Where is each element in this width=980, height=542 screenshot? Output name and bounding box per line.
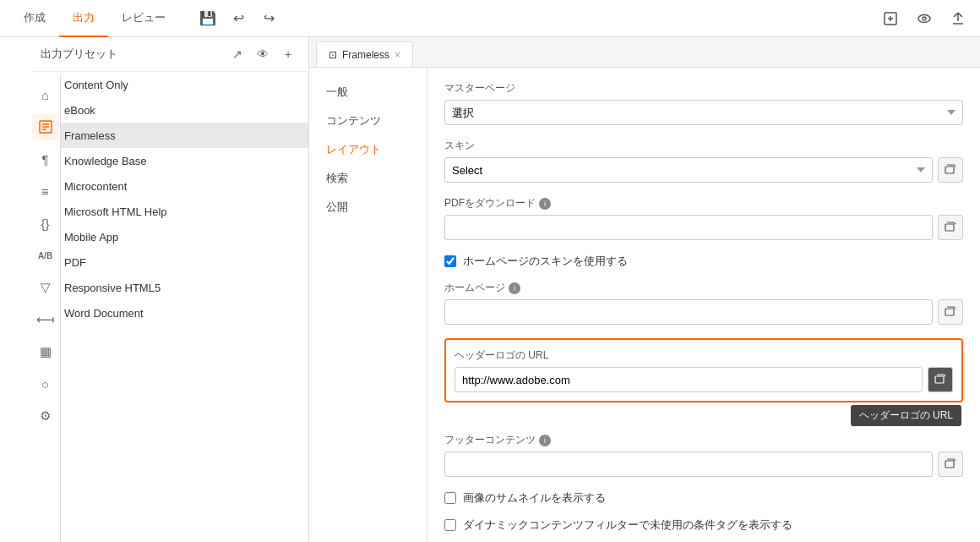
sidebar-item-label: Frameless — [64, 129, 116, 142]
sidebar-item-ebook[interactable]: eBook — [30, 97, 308, 123]
sidebar-item-label: Content Only — [64, 79, 128, 91]
skin-group: スキン Select — [444, 139, 963, 183]
top-toolbar: 作成 出力 レビュー 💾 ↩ ↪ — [0, 0, 980, 37]
tab-review[interactable]: レビュー — [108, 0, 179, 37]
sidebar-item-mobile-app[interactable]: Mobile App — [30, 224, 308, 249]
undo-button[interactable]: ↩ — [226, 7, 250, 30]
nav-item-general[interactable]: 一般 — [309, 78, 427, 107]
rail-code[interactable]: {} — [32, 210, 59, 237]
homepage-group: ホームページ i — [444, 281, 963, 325]
svg-point-2 — [923, 17, 926, 20]
sidebar-item-html-help[interactable]: ? Microsoft HTML Help — [30, 199, 308, 224]
homepage-label: ホームページ i — [444, 281, 963, 295]
header-logo-url-browse-button[interactable] — [928, 367, 953, 392]
nav-item-search[interactable]: 検索 — [309, 164, 427, 193]
rail-circle[interactable]: ○ — [32, 370, 59, 397]
dynamic-filter-checkbox[interactable] — [444, 519, 456, 531]
footer-content-row — [444, 452, 963, 477]
rail-home[interactable]: ⌂ — [32, 81, 59, 108]
preview-icon[interactable] — [912, 7, 936, 30]
content-nav: 一般 コンテンツ レイアウト 検索 公開 — [309, 68, 427, 542]
sidebar-item-label: Mobile App — [64, 231, 118, 244]
footer-content-group: フッターコンテンツ i — [444, 433, 963, 477]
homepage-skin-label: ホームページのスキンを使用する — [463, 254, 628, 269]
thumbnail-checkbox[interactable] — [444, 492, 456, 504]
pdf-download-info-icon[interactable]: i — [539, 198, 551, 210]
rail-table[interactable]: ▦ — [32, 338, 59, 365]
nav-item-layout[interactable]: レイアウト — [309, 135, 427, 164]
tab-output[interactable]: 出力 — [59, 0, 108, 37]
sidebar-item-microcontent[interactable]: Microcontent — [30, 173, 308, 199]
pdf-download-input[interactable] — [444, 215, 933, 240]
svg-rect-14 — [935, 376, 944, 383]
sidebar-item-responsive-html5[interactable]: Responsive HTML5 — [30, 275, 308, 300]
nav-item-content[interactable]: コンテンツ — [309, 107, 427, 135]
rail-reorder[interactable]: ⟻ — [32, 306, 59, 333]
tab-icon: ⊡ — [329, 49, 337, 61]
footer-content-label: フッターコンテンツ i — [444, 433, 963, 447]
master-page-label: マスターページ — [444, 81, 963, 96]
rail-ab[interactable]: A/B — [32, 242, 59, 269]
skin-label: スキン — [444, 139, 963, 153]
dynamic-filter-label: ダイナミックコンテンツフィルターで未使用の条件タグを表示する — [463, 517, 792, 533]
tab-frameless[interactable]: ⊡ Frameless × — [316, 41, 413, 67]
svg-rect-13 — [945, 309, 954, 315]
sidebar-add-icon[interactable]: + — [278, 44, 298, 64]
redo-button[interactable]: ↪ — [257, 7, 280, 30]
tab-label: Frameless — [342, 49, 389, 61]
skin-select[interactable]: Select — [444, 157, 933, 183]
sidebar-item-label: Microcontent — [64, 180, 127, 193]
nav-item-publish[interactable]: 公開 — [309, 193, 427, 222]
sidebar-item-pdf[interactable]: PDF — [30, 249, 308, 275]
pdf-browse-button[interactable] — [938, 215, 963, 240]
footer-browse-button[interactable] — [938, 452, 963, 477]
sidebar-header-icons: ↗ 👁 + — [227, 44, 298, 64]
save-button[interactable]: 💾 — [196, 7, 220, 30]
sidebar-list: Content Only eBook Fra — [30, 72, 308, 542]
publish-icon[interactable] — [946, 7, 970, 30]
svg-rect-11 — [945, 167, 954, 173]
rail-filter[interactable]: ▽ — [32, 274, 59, 301]
rail-settings[interactable]: ⚙ — [32, 402, 59, 430]
settings-area: マスターページ 選択 スキン Select — [427, 68, 980, 542]
footer-content-info-icon[interactable]: i — [539, 435, 551, 446]
skin-browse-button[interactable] — [938, 157, 963, 183]
sidebar-item-knowledge-base[interactable]: Knowledge Base — [30, 148, 308, 173]
pdf-download-row — [444, 215, 963, 240]
homepage-skin-checkbox-row: ホームページのスキンを使用する — [444, 254, 963, 269]
skin-row: Select — [444, 157, 963, 183]
master-page-select[interactable]: 選択 — [444, 100, 963, 125]
sidebar-item-label: Microsoft HTML Help — [64, 205, 167, 218]
sidebar-item-frameless[interactable]: Frameless — [30, 123, 308, 148]
header-logo-url-input[interactable] — [455, 367, 923, 392]
header-logo-url-row — [455, 367, 953, 392]
footer-content-input[interactable] — [444, 452, 933, 477]
svg-rect-15 — [945, 461, 954, 468]
homepage-info-icon[interactable]: i — [509, 282, 520, 294]
svg-rect-12 — [945, 224, 954, 231]
homepage-browse-button[interactable] — [938, 299, 963, 325]
header-logo-url-label: ヘッダーロゴの URL — [455, 348, 953, 363]
tab-close-button[interactable]: × — [395, 49, 400, 61]
sidebar-item-word-document[interactable]: Word Document — [30, 300, 308, 326]
homepage-input[interactable] — [444, 299, 933, 325]
sidebar-title: 出力プリセット — [41, 47, 117, 62]
sidebar-item-label: Knowledge Base — [64, 155, 147, 167]
sidebar-preview-icon[interactable]: 👁 — [253, 44, 273, 64]
left-rail: ⌂ ¶ ≡ {} A/B ▽ ⟻ ▦ ○ ⚙ — [30, 74, 61, 542]
sidebar-header: 出力プリセット ↗ 👁 + — [30, 37, 308, 72]
rail-pages[interactable] — [32, 113, 59, 140]
sidebar-export-icon[interactable]: ↗ — [227, 44, 248, 64]
rail-content[interactable]: ¶ — [32, 145, 59, 172]
rail-list[interactable]: ≡ — [32, 178, 59, 205]
homepage-row — [444, 299, 963, 325]
sidebar-item-label: Responsive HTML5 — [64, 282, 161, 294]
homepage-skin-checkbox[interactable] — [444, 255, 456, 267]
content-panel: ⊡ Frameless × 一般 コンテンツ レイアウト 検索 公開 マスターペ… — [309, 37, 980, 542]
header-logo-url-group: ヘッダーロゴの URL ヘッダーロゴの URL — [444, 338, 963, 402]
sidebar-item-content-only[interactable]: Content Only — [30, 72, 308, 97]
sidebar-item-label: eBook — [64, 104, 95, 117]
tab-create[interactable]: 作成 — [10, 0, 59, 37]
export-icon[interactable] — [879, 7, 902, 30]
tab-bar: ⊡ Frameless × — [309, 37, 980, 68]
